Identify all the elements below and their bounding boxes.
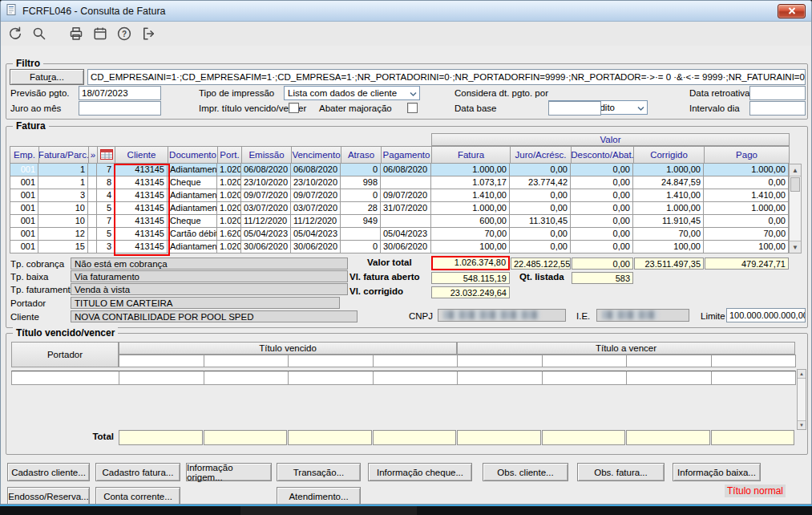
cadastro-fatura-button[interactable]: Cadastro fatura... <box>95 463 180 481</box>
cell-documento[interactable]: Cheque <box>168 215 217 228</box>
data-retroativa-field[interactable] <box>749 86 806 100</box>
titulo-row-cell[interactable] <box>373 371 459 385</box>
cell-parc[interactable]: 4 <box>97 189 115 202</box>
cell-v_fatura[interactable]: 1.410,00 <box>431 189 510 202</box>
cell-cliente[interactable]: 413145 <box>115 164 168 176</box>
cell-v_desconto[interactable]: 0,00 <box>571 164 633 176</box>
cell-v_desconto[interactable]: 0,00 <box>571 189 633 202</box>
cell-emp[interactable]: 001 <box>10 176 38 189</box>
cell-v_juro[interactable]: 0,00 <box>510 164 571 176</box>
cell-atraso[interactable] <box>341 228 381 241</box>
endosso-reserva-button[interactable]: Endosso/Reserva... <box>7 487 90 505</box>
filter-query-field[interactable]: CD_EMPRESAINI=1·;CD_EMPRESAFIM=1·;CD_EMP… <box>87 69 806 85</box>
cell-cliente[interactable]: 413145 <box>115 215 168 228</box>
cell-v_juro[interactable]: 0,00 <box>510 202 571 215</box>
cell-emissao[interactable]: 05/04/2023 <box>241 228 291 241</box>
exit-icon[interactable] <box>139 24 158 43</box>
table-row[interactable]: 001125413145Cartão débito1.62005/04/2023… <box>10 228 789 241</box>
column-header-valor-fatura[interactable]: Fatura <box>431 146 511 164</box>
cell-emp[interactable]: 001 <box>10 241 38 253</box>
cell-emissao[interactable]: 09/07/2020 <box>241 189 291 202</box>
cell-cliente[interactable]: 413145 <box>115 189 168 202</box>
cell-documento[interactable]: Adiantamento <box>168 164 217 176</box>
cell-vencimento[interactable]: 09/07/2020 <box>291 189 341 202</box>
column-header-valor-corrigido[interactable]: Corrigido <box>633 146 705 164</box>
titulo-row-cell[interactable] <box>204 371 289 385</box>
cell-fatura[interactable]: 15 <box>38 241 88 253</box>
cell-emp[interactable]: 001 <box>10 164 38 176</box>
column-header-documento[interactable]: Documento <box>168 146 218 164</box>
column-header-emp[interactable]: Emp. <box>10 146 39 164</box>
column-header-valor-pago[interactable]: Pago <box>704 146 790 164</box>
juro-ao-mes-field[interactable] <box>79 101 161 116</box>
cell-atraso[interactable]: 0 <box>341 241 381 253</box>
conta-corrente-button[interactable]: Conta corrente... <box>95 487 180 505</box>
cell-chev[interactable] <box>88 189 97 202</box>
cell-atraso[interactable]: 0 <box>341 164 381 176</box>
cell-port[interactable]: 1.620 <box>217 228 241 241</box>
cell-emissao[interactable]: 23/10/2020 <box>241 176 291 189</box>
table-row[interactable]: 001107413145Cheque1.02011/12/202011/12/2… <box>10 215 789 228</box>
cell-atraso[interactable]: 998 <box>341 176 381 189</box>
cell-chev[interactable] <box>88 215 97 228</box>
cell-port[interactable]: 1.020 <box>217 176 241 189</box>
intervalo-dia-field[interactable] <box>749 101 806 116</box>
cell-v_juro[interactable]: 11.310,45 <box>510 215 571 228</box>
cell-v_desconto[interactable]: 0,00 <box>571 241 633 253</box>
cell-v_juro[interactable]: 0,00 <box>510 189 571 202</box>
cell-pagamento[interactable]: 06/08/2020 <box>381 164 431 176</box>
cell-atraso[interactable]: 949 <box>341 215 381 228</box>
cell-v_pago[interactable]: 70,00 <box>704 228 789 241</box>
cell-v_fatura[interactable]: 100,00 <box>431 241 510 253</box>
cell-v_corrigido[interactable]: 24.847,59 <box>633 176 704 189</box>
cell-pagamento[interactable]: 09/07/2020 <box>381 189 431 202</box>
cell-emissao[interactable]: 03/07/2020 <box>241 202 291 215</box>
cell-v_corrigido[interactable]: 1.410,00 <box>633 189 704 202</box>
cell-vencimento[interactable]: 30/06/2020 <box>291 241 341 253</box>
titulo-row-cell[interactable] <box>288 371 374 385</box>
abater-majoracao-checkbox[interactable] <box>407 103 418 113</box>
informacao-origem-button[interactable]: Informação origem... <box>186 463 272 481</box>
titulo-row-cell[interactable] <box>11 371 119 385</box>
cell-fatura[interactable]: 10 <box>38 202 88 215</box>
scroll-down-arrow[interactable]: ▼ <box>790 241 801 253</box>
cell-fatura[interactable]: 3 <box>38 189 88 202</box>
column-header-vencimento[interactable]: Vencimento <box>291 146 341 164</box>
cell-pagamento[interactable]: 30/06/2020 <box>381 241 431 253</box>
cell-documento[interactable]: Cheque <box>168 176 217 189</box>
table-row[interactable]: 00117413145Adiantamento1.02006/08/202006… <box>10 164 789 176</box>
cell-cliente[interactable]: 413145 <box>115 202 168 215</box>
close-button[interactable] <box>778 4 806 18</box>
informacao-cheque-button[interactable]: Informação cheque... <box>368 463 472 481</box>
scroll-up-arrow[interactable]: ▲ <box>790 164 801 176</box>
cell-chev[interactable] <box>88 228 97 241</box>
cell-v_fatura[interactable]: 70,00 <box>431 228 510 241</box>
informacao-baixa-button[interactable]: Informação baixa... <box>673 463 761 481</box>
cell-v_desconto[interactable]: 0,00 <box>571 215 633 228</box>
atendimento-button[interactable]: Atendimento... <box>277 487 361 505</box>
cell-vencimento[interactable]: 03/07/2020 <box>291 202 341 215</box>
scroll-down-arrow[interactable]: ▼ <box>798 420 806 429</box>
cell-fatura[interactable]: 12 <box>38 228 88 241</box>
cell-parc[interactable]: 7 <box>97 164 115 176</box>
fatura-filter-button[interactable]: Fatura... <box>10 69 84 85</box>
cell-documento[interactable]: Adiantamento <box>168 241 217 253</box>
table-row[interactable]: 001153413145Adiantamento1.02030/06/20203… <box>10 241 789 253</box>
cell-chev[interactable] <box>88 241 97 253</box>
cell-port[interactable]: 1.020 <box>217 215 241 228</box>
cell-port[interactable]: 1.020 <box>217 189 241 202</box>
titulo-header-portador[interactable]: Portador <box>11 342 119 367</box>
cell-parc[interactable]: 7 <box>97 215 115 228</box>
fatura-table-scrollbar[interactable]: ▲ ▼ <box>789 164 802 253</box>
cell-chev[interactable] <box>88 176 97 189</box>
cell-pagamento[interactable]: 05/04/2023 <box>381 228 431 241</box>
cell-v_desconto[interactable]: 0,00 <box>571 228 633 241</box>
column-header-valor[interactable]: Valor <box>431 133 790 146</box>
calendar-icon[interactable] <box>91 24 110 43</box>
column-header-port[interactable]: Port. <box>217 146 242 164</box>
search-icon[interactable] <box>30 24 49 43</box>
cell-v_corrigido[interactable]: 11.910,45 <box>633 215 704 228</box>
table-row[interactable]: 00118413145Cheque1.02023/10/202023/10/20… <box>10 176 789 189</box>
titulo-row-cell[interactable] <box>457 371 543 385</box>
limite-field[interactable]: 100.000.000.000,00 <box>726 308 806 322</box>
